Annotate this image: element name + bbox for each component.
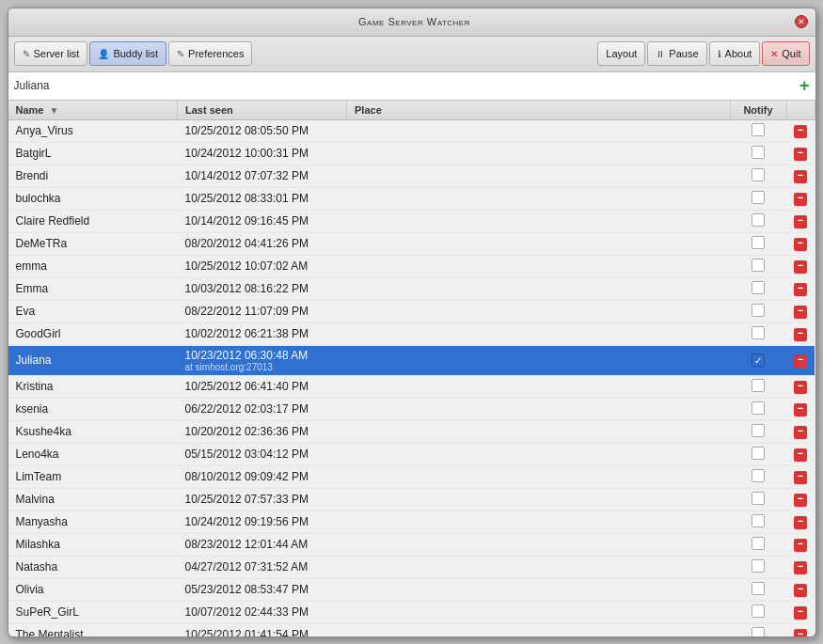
table-row[interactable]: bulochka10/25/2012 08:33:01 PM− bbox=[8, 187, 815, 210]
cell-notify[interactable] bbox=[730, 375, 786, 398]
pause-button[interactable]: ⏸ Pause bbox=[647, 41, 706, 66]
table-row[interactable]: Malvina10/25/2012 07:57:33 PM− bbox=[8, 488, 815, 510]
col-header-lastseen[interactable]: Last seen bbox=[178, 101, 347, 120]
remove-button[interactable]: − bbox=[794, 381, 807, 394]
cell-action[interactable]: − bbox=[786, 556, 815, 578]
remove-button[interactable]: − bbox=[794, 148, 807, 161]
table-row[interactable]: Olivia05/23/2012 08:53:47 PM− bbox=[8, 578, 815, 601]
remove-button[interactable]: − bbox=[794, 193, 807, 206]
notify-checkbox[interactable] bbox=[752, 379, 765, 392]
table-row[interactable]: emma10/25/2012 10:07:02 AM− bbox=[8, 255, 815, 277]
table-row[interactable]: Juliana10/23/2012 06:30:48 AMat simhost.… bbox=[8, 345, 815, 375]
cell-action[interactable]: − bbox=[786, 165, 815, 187]
notify-checkbox[interactable] bbox=[752, 326, 765, 339]
cell-action[interactable]: − bbox=[786, 623, 815, 636]
cell-action[interactable]: − bbox=[786, 443, 815, 465]
search-input[interactable] bbox=[14, 79, 799, 92]
buddy-list-button[interactable]: 👤 Buddy list bbox=[89, 41, 166, 66]
cell-notify[interactable] bbox=[730, 420, 786, 443]
cell-action[interactable]: − bbox=[786, 322, 815, 345]
remove-button[interactable]: − bbox=[794, 471, 807, 484]
table-row[interactable]: Ksushe4ka10/20/2012 02:36:36 PM− bbox=[8, 420, 815, 443]
close-button[interactable]: ✕ bbox=[795, 15, 808, 28]
table-row[interactable]: Natasha04/27/2012 07:31:52 AM− bbox=[8, 556, 815, 578]
cell-notify[interactable]: ✓ bbox=[730, 345, 786, 375]
notify-checkbox[interactable] bbox=[752, 123, 765, 136]
layout-button[interactable]: Layout bbox=[597, 41, 645, 66]
cell-action[interactable]: − bbox=[786, 398, 815, 420]
quit-button[interactable]: ✕ Quit bbox=[762, 41, 809, 66]
cell-notify[interactable] bbox=[730, 601, 786, 623]
cell-notify[interactable] bbox=[730, 300, 786, 322]
remove-button[interactable]: − bbox=[794, 170, 807, 183]
notify-checkbox[interactable] bbox=[752, 537, 765, 550]
cell-action[interactable]: − bbox=[786, 277, 815, 300]
notify-checkbox[interactable] bbox=[752, 213, 765, 227]
notify-checkbox[interactable] bbox=[752, 605, 765, 618]
remove-button[interactable]: − bbox=[794, 584, 807, 597]
notify-checkbox[interactable] bbox=[752, 236, 765, 249]
remove-button[interactable]: − bbox=[794, 283, 807, 296]
about-button[interactable]: ℹ About bbox=[709, 41, 761, 66]
notify-checkbox[interactable] bbox=[752, 259, 765, 272]
notify-checkbox[interactable] bbox=[752, 281, 765, 294]
notify-checkbox[interactable] bbox=[752, 447, 765, 460]
notify-checkbox[interactable] bbox=[752, 146, 765, 159]
table-row[interactable]: Leno4ka05/15/2012 03:04:12 PM− bbox=[8, 443, 815, 465]
col-header-name[interactable]: Name ▼ bbox=[8, 101, 178, 120]
cell-action[interactable]: − bbox=[786, 345, 815, 375]
remove-button[interactable]: − bbox=[794, 448, 807, 462]
notify-checkbox[interactable] bbox=[752, 191, 765, 204]
notify-checkbox-checked[interactable]: ✓ bbox=[752, 353, 765, 367]
remove-button[interactable]: − bbox=[794, 215, 807, 228]
server-list-button[interactable]: ✎ Server list bbox=[14, 41, 88, 66]
table-row[interactable]: Emma10/03/2012 08:16:22 PM− bbox=[8, 277, 815, 300]
cell-notify[interactable] bbox=[730, 277, 786, 300]
cell-notify[interactable] bbox=[730, 142, 786, 165]
remove-button[interactable]: − bbox=[794, 354, 807, 368]
cell-notify[interactable] bbox=[730, 533, 786, 556]
preferences-button[interactable]: ✎ Preferences bbox=[168, 41, 252, 66]
cell-notify[interactable] bbox=[730, 623, 786, 636]
notify-checkbox[interactable] bbox=[752, 627, 765, 636]
col-header-notify[interactable]: Notify bbox=[730, 101, 786, 120]
table-row[interactable]: Anya_Virus10/25/2012 08:05:50 PM− bbox=[8, 119, 815, 142]
remove-button[interactable]: − bbox=[794, 238, 807, 251]
table-row[interactable]: LimTeam08/10/2012 09:09:42 PM− bbox=[8, 465, 815, 488]
cell-action[interactable]: − bbox=[786, 533, 815, 556]
remove-button[interactable]: − bbox=[794, 260, 807, 274]
table-row[interactable]: SuPeR_GirL10/07/2012 02:44:33 PM− bbox=[8, 601, 815, 623]
notify-checkbox[interactable] bbox=[752, 514, 765, 527]
notify-checkbox[interactable] bbox=[752, 401, 765, 415]
cell-notify[interactable] bbox=[730, 443, 786, 465]
cell-action[interactable]: − bbox=[786, 142, 815, 165]
notify-checkbox[interactable] bbox=[752, 492, 765, 505]
remove-button[interactable]: − bbox=[794, 629, 807, 636]
cell-notify[interactable] bbox=[730, 488, 786, 510]
cell-action[interactable]: − bbox=[786, 510, 815, 533]
remove-button[interactable]: − bbox=[794, 125, 807, 138]
cell-action[interactable]: − bbox=[786, 601, 815, 623]
add-button[interactable]: + bbox=[799, 77, 810, 94]
cell-action[interactable]: − bbox=[786, 300, 815, 322]
table-row[interactable]: Brendi10/14/2012 07:07:32 PM− bbox=[8, 165, 815, 187]
cell-notify[interactable] bbox=[730, 119, 786, 142]
notify-checkbox[interactable] bbox=[752, 582, 765, 595]
cell-action[interactable]: − bbox=[786, 187, 815, 210]
cell-action[interactable]: − bbox=[786, 210, 815, 232]
cell-notify[interactable] bbox=[730, 510, 786, 533]
cell-notify[interactable] bbox=[730, 398, 786, 420]
remove-button[interactable]: − bbox=[794, 539, 807, 552]
cell-notify[interactable] bbox=[730, 165, 786, 187]
cell-action[interactable]: − bbox=[786, 255, 815, 277]
cell-action[interactable]: − bbox=[786, 488, 815, 510]
remove-button[interactable]: − bbox=[794, 403, 807, 416]
cell-action[interactable]: − bbox=[786, 375, 815, 398]
cell-notify[interactable] bbox=[730, 556, 786, 578]
notify-checkbox[interactable] bbox=[752, 304, 765, 317]
cell-action[interactable]: − bbox=[786, 465, 815, 488]
notify-checkbox[interactable] bbox=[752, 469, 765, 482]
remove-button[interactable]: − bbox=[794, 606, 807, 620]
notify-checkbox[interactable] bbox=[752, 168, 765, 181]
cell-action[interactable]: − bbox=[786, 232, 815, 255]
